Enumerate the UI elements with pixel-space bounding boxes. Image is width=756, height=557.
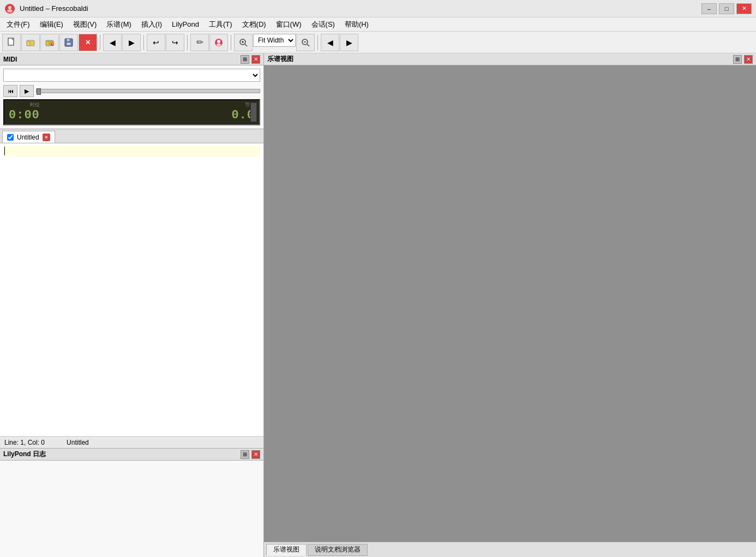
- midi-panel: MIDI ⊞ ✕ ⏮ ▶: [0, 53, 263, 129]
- log-header: LilyPond 日志 ⊞ ✕: [0, 449, 263, 461]
- midi-float-button[interactable]: ⊞: [241, 55, 249, 64]
- title-left: Untitled – Frescobaldi: [4, 3, 88, 14]
- menu-item-d[interactable]: 文档(D): [238, 19, 271, 31]
- svg-point-1: [8, 6, 11, 9]
- undo-button[interactable]: ↩: [147, 34, 165, 51]
- score-forward-button[interactable]: ▶: [340, 34, 358, 51]
- back-button[interactable]: ◀: [103, 34, 122, 51]
- menu-item-t[interactable]: 工具(T): [205, 19, 237, 31]
- menu-item-v[interactable]: 视图(V): [69, 19, 101, 31]
- midi-time-section: 时位 0:00: [9, 101, 40, 122]
- mode-toolbar-group: ✏: [190, 34, 228, 51]
- midi-controls-row: ⏮ ▶: [3, 85, 260, 97]
- title-text: Untitled – Frescobaldi: [20, 4, 88, 13]
- new-button[interactable]: [2, 34, 21, 51]
- maximize-button[interactable]: □: [719, 3, 734, 14]
- midi-time-value: 0:00: [9, 108, 40, 122]
- midi-progress-track[interactable]: [36, 89, 260, 93]
- log-close-button[interactable]: ✕: [251, 450, 260, 459]
- svg-point-17: [217, 43, 221, 46]
- score-back-button[interactable]: ◀: [321, 34, 339, 51]
- score-header-controls: ⊞ ✕: [733, 55, 753, 64]
- midi-label: MIDI: [3, 56, 17, 63]
- editor-content[interactable]: [0, 143, 263, 436]
- score-view-header: 乐谱视图 ⊞ ✕: [264, 53, 756, 65]
- edit-mode-button[interactable]: ✏: [190, 34, 209, 51]
- midi-dropdown-row: [3, 69, 260, 82]
- midi-time-label: 时位: [30, 101, 40, 108]
- toolbar: ✕ ◀ ▶ ↩ ↪ ✏ Fit WidthFit Page50%75%100%1…: [0, 32, 756, 53]
- log-panel: LilyPond 日志 ⊞ ✕: [0, 448, 263, 557]
- toolbar-separator-1: [100, 35, 100, 50]
- menu-item-e[interactable]: 编辑(E): [35, 19, 68, 31]
- editor-highlight-line: [3, 146, 260, 156]
- forward-button[interactable]: ▶: [122, 34, 141, 51]
- open-recent-button[interactable]: [40, 34, 59, 51]
- status-bar: Line: 1, Col: 0 Untitled: [0, 436, 263, 448]
- log-header-controls: ⊞ ✕: [241, 450, 260, 459]
- svg-rect-6: [27, 41, 30, 46]
- editor-tabs: Untitled ✕: [0, 129, 263, 143]
- svg-rect-8: [46, 41, 49, 46]
- close-doc-button[interactable]: ✕: [79, 34, 97, 51]
- menu-item-m[interactable]: 乐谱(M): [102, 19, 136, 31]
- score-bottom-tabs: 乐谱视图说明文档浏览器: [264, 542, 756, 557]
- status-position: Line: 1, Col: 0: [4, 439, 45, 446]
- log-title: LilyPond 日志: [3, 450, 46, 459]
- edit-toolbar-group: ↩ ↪: [147, 34, 184, 51]
- left-panel: MIDI ⊞ ✕ ⏮ ▶: [0, 53, 264, 557]
- midi-close-button[interactable]: ✕: [251, 55, 260, 64]
- menu-item-lilypond[interactable]: LilyPond: [167, 19, 203, 29]
- menu-item-s[interactable]: 会话(S): [307, 19, 339, 31]
- zoom-toolbar-group: Fit WidthFit Page50%75%100%125%150%200%: [234, 34, 315, 51]
- app-icon: [4, 3, 15, 14]
- midi-dropdown[interactable]: [3, 69, 260, 82]
- toolbar-separator-5: [317, 35, 318, 50]
- save-button[interactable]: [59, 34, 78, 51]
- main-layout: MIDI ⊞ ✕ ⏮ ▶: [0, 53, 756, 557]
- tab-checkbox[interactable]: [7, 134, 14, 141]
- open-button[interactable]: [21, 34, 40, 51]
- toolbar-separator-2: [143, 35, 144, 50]
- midi-header-controls: ⊞ ✕: [241, 55, 260, 64]
- svg-rect-13: [67, 39, 70, 41]
- menu-item-h[interactable]: 帮助(H): [340, 19, 373, 31]
- right-panel: 乐谱视图 ⊞ ✕ 乐谱视图说明文档浏览器: [264, 53, 756, 557]
- toolbar-separator-4: [231, 35, 231, 50]
- menu-item-i[interactable]: 插入(I): [137, 19, 166, 31]
- midi-panel-header: MIDI ⊞ ✕: [0, 53, 263, 65]
- zoom-out-button[interactable]: [296, 34, 315, 51]
- file-toolbar-group: ✕: [2, 34, 97, 51]
- midi-volume-slider[interactable]: [250, 102, 257, 122]
- toolbar-separator-3: [187, 35, 188, 50]
- log-float-button[interactable]: ⊞: [241, 450, 249, 459]
- score-tab-[interactable]: 说明文档浏览器: [308, 544, 368, 556]
- close-window-button[interactable]: ✕: [736, 3, 752, 14]
- midi-title: MIDI: [3, 56, 17, 63]
- score-nav-group: ◀ ▶: [321, 34, 358, 51]
- minimize-button[interactable]: –: [701, 3, 717, 14]
- score-content: [264, 65, 756, 542]
- redo-button[interactable]: ↪: [166, 34, 184, 51]
- text-cursor: [4, 147, 5, 155]
- midi-display: 时位 0:00 节拍 0.0: [3, 99, 260, 125]
- menu-bar: 文件(F)编辑(E)视图(V)乐谱(M)插入(I)LilyPond工具(T)文档…: [0, 17, 756, 32]
- editor-tab-untitled[interactable]: Untitled ✕: [2, 131, 55, 143]
- zoom-select[interactable]: Fit WidthFit Page50%75%100%125%150%200%: [253, 34, 296, 47]
- midi-rewind-button[interactable]: ⏮: [3, 85, 17, 97]
- tab-close-button[interactable]: ✕: [43, 134, 50, 141]
- score-float-button[interactable]: ⊞: [733, 55, 742, 64]
- svg-point-2: [7, 9, 13, 13]
- zoom-in-button[interactable]: [234, 34, 253, 51]
- menu-item-w[interactable]: 窗口(W): [272, 19, 306, 31]
- status-filename: Untitled: [67, 439, 89, 446]
- midi-progress-thumb: [37, 88, 41, 95]
- menu-item-f[interactable]: 文件(F): [2, 19, 34, 31]
- lilypond-button[interactable]: [209, 34, 228, 51]
- score-close-button[interactable]: ✕: [744, 55, 753, 64]
- editor-area: Untitled ✕ Line: 1, Col: 0 Untitled: [0, 129, 263, 448]
- score-tab-[interactable]: 乐谱视图: [266, 544, 307, 556]
- title-controls: – □ ✕: [701, 3, 752, 14]
- midi-content: ⏮ ▶ 时位 0:00 节拍 0.0: [0, 65, 263, 129]
- midi-play-button[interactable]: ▶: [20, 85, 34, 97]
